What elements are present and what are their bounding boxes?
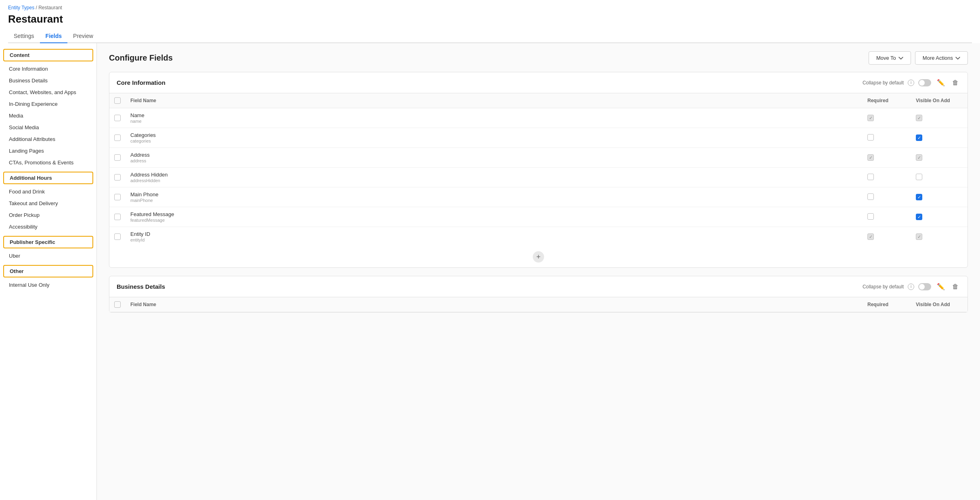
content-area: Configure Fields Move To More Actions Co… — [97, 43, 980, 500]
sidebar: Content Core Information Business Detail… — [0, 43, 97, 500]
page-title: Restaurant — [8, 13, 972, 25]
info-icon[interactable]: i — [908, 80, 914, 86]
tab-fields[interactable]: Fields — [40, 29, 67, 43]
delete-section-button[interactable]: 🗑 — [951, 78, 960, 87]
select-all-checkbox-bd[interactable] — [114, 301, 121, 308]
field-name-main: Featured Message — [130, 211, 858, 217]
required-checkbox[interactable]: ✓ — [867, 115, 874, 121]
sidebar-item-contact[interactable]: Contact, Websites, and Apps — [0, 86, 96, 98]
row-select-checkbox[interactable] — [114, 233, 121, 240]
visible-checkbox[interactable]: ✓ — [916, 134, 922, 141]
row-select-checkbox[interactable] — [114, 154, 121, 161]
sidebar-item-media[interactable]: Media — [0, 110, 96, 122]
header-actions: Move To More Actions — [869, 51, 968, 65]
row-select-checkbox[interactable] — [114, 174, 121, 181]
sidebar-group-publisher[interactable]: Publisher Specific — [3, 236, 93, 248]
main-layout: Content Core Information Business Detail… — [0, 43, 980, 500]
table-header-row-bd: Field Name Required Visible On Add — [109, 297, 967, 312]
section-core-information-title: Core Information — [117, 79, 165, 86]
add-field-button[interactable]: + — [533, 251, 544, 263]
col-field-name-bd: Field Name — [126, 297, 863, 312]
visible-checkbox[interactable] — [916, 174, 922, 180]
tabs-bar: Settings Fields Preview — [8, 29, 972, 43]
collapse-toggle[interactable] — [918, 79, 931, 86]
visible-checkbox[interactable]: ✓ — [916, 233, 922, 240]
required-checkbox[interactable]: ✓ — [867, 154, 874, 161]
sidebar-group-additional-hours[interactable]: Additional Hours — [3, 172, 93, 184]
delete-section-button-bd[interactable]: 🗑 — [951, 282, 960, 291]
section-business-details-title: Business Details — [117, 283, 165, 290]
required-checkbox[interactable] — [867, 193, 874, 200]
move-to-button[interactable]: Move To — [869, 51, 911, 65]
row-select-checkbox[interactable] — [114, 115, 121, 121]
collapse-toggle-bd[interactable] — [918, 283, 931, 290]
required-checkbox[interactable] — [867, 134, 874, 141]
row-select-checkbox[interactable] — [114, 214, 121, 220]
sidebar-item-uber[interactable]: Uber — [0, 250, 96, 262]
sidebar-item-internal-use-only[interactable]: Internal Use Only — [0, 279, 96, 291]
sidebar-group-other[interactable]: Other — [3, 265, 93, 277]
sidebar-item-landing-pages[interactable]: Landing Pages — [0, 145, 96, 157]
field-name-sub: categories — [130, 139, 858, 143]
more-actions-button[interactable]: More Actions — [915, 51, 968, 65]
row-select-checkbox[interactable] — [114, 194, 121, 200]
breadcrumb-parent[interactable]: Entity Types — [8, 5, 34, 11]
tab-preview[interactable]: Preview — [67, 29, 99, 43]
section-business-details: Business Details Collapse by default i ✏… — [109, 276, 968, 313]
sidebar-item-additional-attributes[interactable]: Additional Attributes — [0, 133, 96, 145]
field-name-sub: entityId — [130, 237, 858, 242]
sidebar-item-takeout-delivery[interactable]: Takeout and Delivery — [0, 197, 96, 209]
sidebar-item-order-pickup[interactable]: Order Pickup — [0, 209, 96, 221]
row-select-checkbox[interactable] — [114, 134, 121, 141]
field-name-main: Entity ID — [130, 231, 858, 237]
field-name-main: Categories — [130, 132, 858, 138]
table-row: Name name ✓ ✓ — [109, 108, 967, 128]
section-core-information-actions: Collapse by default i ✏️ 🗑 — [863, 78, 960, 87]
info-icon-bd[interactable]: i — [908, 284, 914, 290]
breadcrumb-separator: / — [36, 5, 37, 11]
required-checkbox[interactable] — [867, 213, 874, 220]
visible-checkbox[interactable]: ✓ — [916, 115, 922, 121]
core-information-table: Field Name Required Visible On Add Name … — [109, 93, 967, 246]
col-visible-on-add: Visible On Add — [911, 93, 967, 108]
chevron-down-icon-2 — [955, 56, 960, 61]
tab-settings[interactable]: Settings — [8, 29, 40, 43]
field-name-sub: name — [130, 119, 858, 124]
visible-checkbox[interactable]: ✓ — [916, 154, 922, 161]
breadcrumb-current: Restaurant — [38, 5, 62, 11]
configure-header: Configure Fields Move To More Actions — [109, 51, 968, 65]
collapse-label: Collapse by default — [863, 80, 904, 86]
sidebar-item-core-information[interactable]: Core Information — [0, 63, 96, 75]
table-row: Categories categories ✓ — [109, 128, 967, 148]
col-required-bd: Required — [863, 297, 911, 312]
visible-checkbox[interactable]: ✓ — [916, 194, 922, 200]
sidebar-item-social-media[interactable]: Social Media — [0, 122, 96, 133]
sidebar-item-accessibility[interactable]: Accessibility — [0, 221, 96, 233]
sidebar-group-content[interactable]: Content — [3, 49, 93, 61]
visible-checkbox[interactable]: ✓ — [916, 214, 922, 220]
col-visible-on-add-bd: Visible On Add — [911, 297, 967, 312]
edit-section-button[interactable]: ✏️ — [935, 78, 946, 87]
field-name-sub: mainPhone — [130, 198, 858, 203]
field-name-main: Name — [130, 112, 858, 118]
field-name-main: Address Hidden — [130, 172, 858, 178]
sidebar-item-in-dining[interactable]: In-Dining Experience — [0, 98, 96, 110]
field-name-sub: address — [130, 158, 858, 163]
edit-section-button-bd[interactable]: ✏️ — [935, 282, 946, 291]
sidebar-item-business-details[interactable]: Business Details — [0, 75, 96, 86]
select-all-checkbox[interactable] — [114, 97, 121, 104]
section-core-information: Core Information Collapse by default i ✏… — [109, 72, 968, 268]
required-checkbox[interactable] — [867, 174, 874, 180]
table-header-row: Field Name Required Visible On Add — [109, 93, 967, 108]
sidebar-item-food-and-drink[interactable]: Food and Drink — [0, 186, 96, 197]
table-row: Featured Message featuredMessage ✓ — [109, 207, 967, 227]
field-name-sub: featuredMessage — [130, 218, 858, 223]
col-required: Required — [863, 93, 911, 108]
breadcrumb: Entity Types / Restaurant — [8, 5, 972, 11]
section-core-information-header: Core Information Collapse by default i ✏… — [109, 72, 967, 93]
section-business-details-actions: Collapse by default i ✏️ 🗑 — [863, 282, 960, 291]
required-checkbox[interactable]: ✓ — [867, 233, 874, 240]
add-field-row: + — [109, 246, 967, 267]
table-row: Main Phone mainPhone ✓ — [109, 187, 967, 207]
sidebar-item-ctas[interactable]: CTAs, Promotions & Events — [0, 157, 96, 168]
